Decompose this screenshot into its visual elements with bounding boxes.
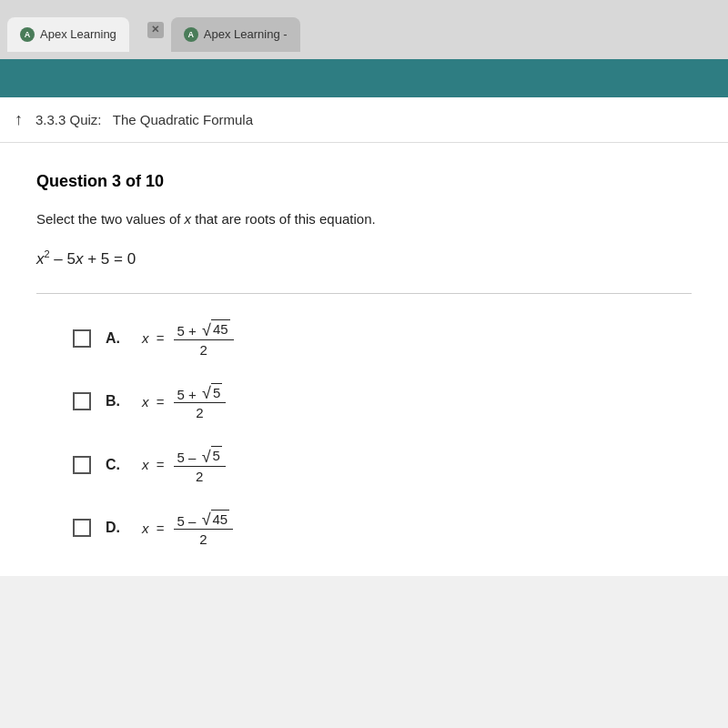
tab-icon: A: [20, 27, 35, 42]
fraction-c: 5 – √5 2: [174, 446, 226, 484]
answer-item-d: D. x = 5 – √45 2: [73, 510, 692, 548]
tab-active[interactable]: A Apex Learning: [7, 17, 129, 52]
breadcrumb: 3.3.3 Quiz: The Quadratic Formula: [35, 112, 253, 127]
answer-expr-c: x = 5 – √5 2: [142, 446, 228, 484]
answer-list: A. x = 5 + √45 2 B. x = 5 + √5: [36, 319, 692, 547]
checkbox-d[interactable]: [73, 519, 91, 537]
breadcrumb-section: 3.3.3 Quiz:: [35, 112, 102, 127]
denominator-b: 2: [192, 403, 207, 420]
tab-label-2: Apex Learning -: [204, 27, 288, 41]
answer-label-c: C.: [106, 457, 127, 473]
tab-label: Apex Learning: [40, 27, 116, 41]
checkbox-c[interactable]: [73, 456, 91, 474]
fraction-b: 5 + √5 2: [174, 383, 227, 421]
denominator-c: 2: [192, 467, 207, 484]
answer-item-a: A. x = 5 + √45 2: [73, 319, 692, 358]
denominator-d: 2: [196, 530, 210, 547]
answer-item-b: B. x = 5 + √5 2: [73, 383, 692, 421]
numerator-c: 5 – √5: [174, 446, 226, 467]
answer-expr-d: x = 5 – √45 2: [142, 510, 235, 548]
question-header: Question 3 of 10: [36, 172, 692, 191]
answer-expr-b: x = 5 + √5 2: [142, 383, 228, 421]
sqrt-a: √45: [202, 319, 230, 339]
fraction-a: 5 + √45 2: [174, 319, 234, 358]
tab-inactive[interactable]: A Apex Learning -: [171, 17, 300, 52]
answer-label-d: D.: [106, 520, 127, 536]
checkbox-a[interactable]: [73, 329, 91, 348]
breadcrumb-bar: ↑ 3.3.3 Quiz: The Quadratic Formula: [0, 97, 728, 143]
answer-item-c: C. x = 5 – √5 2: [73, 446, 692, 484]
numerator-a: 5 + √45: [174, 319, 234, 340]
numerator-d: 5 – √45: [174, 510, 234, 531]
sqrt-b: √5: [202, 383, 222, 402]
app-header: [0, 59, 728, 97]
content-area: Question 3 of 10 Select the two values o…: [0, 143, 728, 576]
answer-expr-a: x = 5 + √45 2: [142, 319, 236, 358]
answer-label-a: A.: [106, 330, 127, 347]
browser-chrome: A Apex Learning ✕ A Apex Learning -: [0, 0, 728, 59]
tab-close-button[interactable]: ✕: [147, 22, 164, 38]
divider: [36, 293, 692, 294]
tab-icon-2: A: [184, 27, 198, 42]
sqrt-c: √5: [202, 446, 222, 465]
numerator-b: 5 + √5: [174, 383, 227, 404]
question-text: Select the two values of x that are root…: [36, 209, 692, 230]
answer-label-b: B.: [106, 393, 127, 410]
fraction-d: 5 – √45 2: [174, 510, 234, 548]
denominator-a: 2: [196, 340, 210, 358]
breadcrumb-title: The Quadratic Formula: [113, 112, 253, 127]
back-arrow-icon[interactable]: ↑: [15, 110, 23, 129]
checkbox-b[interactable]: [73, 392, 91, 410]
sqrt-d: √45: [202, 510, 230, 529]
equation: x2 – 5x + 5 = 0: [36, 248, 692, 268]
